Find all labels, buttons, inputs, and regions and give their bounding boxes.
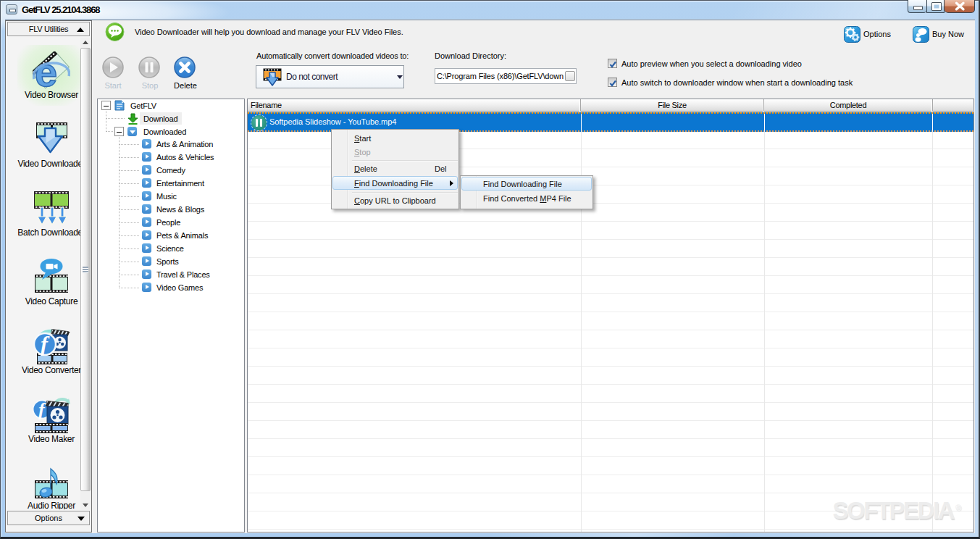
- svg-text:e: e: [35, 51, 57, 89]
